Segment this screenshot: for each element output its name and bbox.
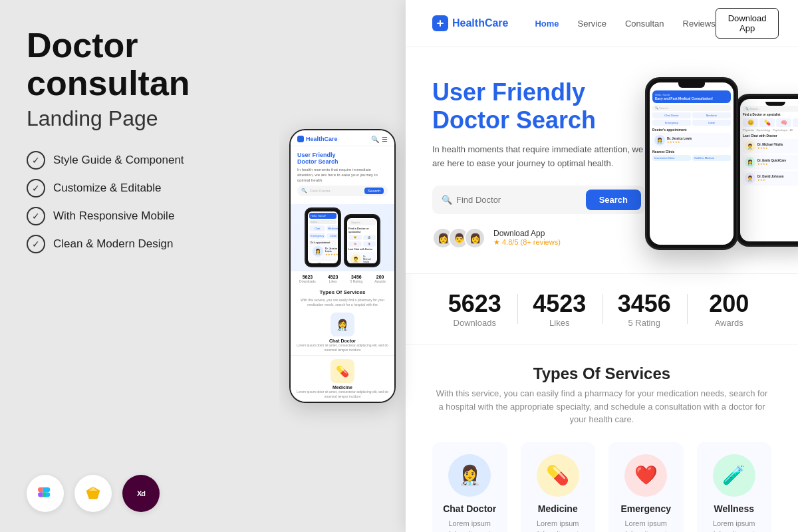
find-doctor-input[interactable] — [456, 195, 586, 205]
wellness-icon: 🧪 — [713, 454, 755, 497]
stat-label: Awards — [374, 279, 386, 283]
search-icon: 🔍 — [371, 136, 379, 143]
mobile-frame: HealthCare 🔍 ☰ User FriendlyDoctor Searc… — [289, 129, 396, 404]
phone-left: Hello, Sarah! Easy and Fast Medical Cons… — [645, 77, 738, 250]
mobile-hero-title: User FriendlyDoctor Search — [297, 152, 388, 166]
stat-number: 200 — [687, 290, 772, 318]
nav-link-reviews[interactable]: Reviews — [683, 19, 716, 29]
stat-label: Downloads — [299, 279, 316, 283]
spec-labels: Physician Gynecology Psychologist All — [743, 128, 798, 132]
doctor-avatar: 👩‍⚕️ — [745, 157, 755, 168]
mini-search: Search... — [348, 219, 376, 225]
nav-link-home[interactable]: Home — [535, 19, 559, 29]
mobile-stat-rating: 3456 5 Rating — [350, 275, 363, 283]
logo-text: HealthCare — [452, 17, 508, 29]
stat-downloads: 5623 Downloads — [432, 290, 517, 328]
phone-header-text: Easy and Fast Medical Consultation! — [655, 96, 728, 100]
mobile-logo-text: HealthCare — [306, 136, 338, 142]
desktop-stats: 5623 Downloads 4523 Likes 3456 5 Rating … — [406, 273, 798, 344]
desktop-preview[interactable]: HealthCare Home Service Consultan Review… — [406, 0, 798, 532]
mobile-services-title: Types Of Services — [291, 287, 394, 298]
search-icon: 🔍 — [301, 188, 307, 194]
stat-num: 200 — [374, 275, 386, 279]
service-name: Medicine — [295, 385, 390, 390]
mobile-phones-image: Hello, Sarah! Search... Chat Medicine Em… — [291, 204, 394, 271]
mobile-preview-wrapper: HealthCare 🔍 ☰ User FriendlyDoctor Searc… — [279, 0, 406, 532]
desktop-hero: User Friendly Doctor Search In health mo… — [406, 47, 798, 273]
phone-medium-screen: 🔍 Search... Find a Doctor or specialist … — [740, 99, 798, 241]
service-card-title: Wellness — [706, 503, 763, 514]
phone-search: 🔍 Search... — [652, 105, 731, 111]
feature-item: ✓ With Responsive Mobile — [27, 207, 253, 225]
feature-text: Customize & Editable — [53, 182, 162, 195]
phone-screen-content: Hello, Sarah! Easy and Fast Medical Cons… — [650, 88, 733, 164]
service-card-desc: Lorem ipsum dolor sit amet, consectetur … — [442, 518, 498, 533]
check-icon: ✓ — [27, 235, 45, 253]
service-card-chat: 👩‍⚕️ Chat Doctor Lorem ipsum dolor sit a… — [432, 442, 507, 533]
emergency-icon: ❤️ — [624, 454, 667, 497]
nav-link-service[interactable]: Service — [578, 19, 606, 29]
stat-rating: 3456 5 Rating — [602, 290, 687, 328]
check-icon: ✓ — [27, 207, 45, 225]
feature-item: ✓ Style Guide & Component — [27, 151, 253, 170]
clinic-grid: Investment Clinic SoftOne Medical — [652, 155, 731, 161]
svg-point-0 — [45, 492, 50, 497]
specialist-label: Find a Doctor or specialist — [743, 113, 798, 116]
desktop-services: Types Of Services With this service, you… — [406, 344, 798, 532]
nav-link-consultan[interactable]: Consultan — [625, 19, 664, 29]
doctor-avatar: 👨‍⚕️ — [745, 141, 755, 152]
mobile-hero-sub: In health moments that require immediate… — [297, 168, 388, 183]
service-card-desc: Lorem ipsum dolor sit amet, consectetur … — [530, 518, 587, 533]
check-icon: ✓ — [27, 179, 45, 198]
nav-item-service[interactable]: Service — [578, 17, 606, 29]
chat-doctor-icon: 👩‍⚕️ — [448, 454, 491, 497]
subtitle: Landing Page — [27, 106, 253, 131]
desktop-hero-desc: In health moments that require immediate… — [432, 143, 645, 171]
mobile-stat-likes: 4523 Likes — [328, 275, 338, 283]
service-desc: Lorem ipsum dolor sit amet, consectetur … — [295, 343, 390, 352]
tool-icons: Xd — [27, 475, 253, 512]
category-card: Emergency — [652, 120, 691, 126]
spec-icon: 😊 — [743, 118, 758, 127]
right-panel: HealthCare 🔍 ☰ User FriendlyDoctor Searc… — [279, 0, 798, 532]
nav-item-consultan[interactable]: Consultan — [625, 17, 664, 29]
category-card: Chat Doctor — [652, 112, 691, 118]
service-card-emergency: ❤️ Emergency Lorem ipsum dolor sit amet,… — [608, 442, 684, 533]
service-name: Chat Doctor — [295, 338, 390, 343]
doctor-stars: ★★★★ — [757, 146, 783, 150]
doctor-card: 👩‍⚕️ Dr. Emily QuickCare ★★★★ — [743, 155, 798, 170]
service-card-desc: Lorem ipsum dolor sit amet, consectetur … — [618, 518, 674, 533]
xd-icon: Xd — [122, 475, 160, 512]
services-desc: With this service, you can easily find a… — [436, 387, 768, 426]
chat-doctor-icon: 👩‍⚕️ — [331, 313, 354, 336]
mobile-search-button[interactable]: Search — [364, 188, 384, 194]
download-app-button[interactable]: Download App — [716, 8, 779, 39]
menu-icon: ☰ — [382, 136, 388, 143]
doctor-card: 👨‍⚕️ Dr. David Johnson ★★★ — [743, 171, 798, 186]
mobile-hero: User FriendlyDoctor Search In health mom… — [291, 146, 394, 205]
desktop-hero-download: 👩 👨 👩 Download App ★ 4.8/5 (8+ reviews) — [432, 227, 645, 249]
phone-notch — [678, 82, 705, 88]
left-panel: Doctor consultan Landing Page ✓ Style Gu… — [0, 0, 279, 532]
feature-item: ✓ Clean & Modern Design — [27, 235, 253, 253]
download-label: Download App — [493, 229, 561, 238]
stat-num: 4523 — [328, 275, 338, 279]
spec-icon: 💊 — [759, 118, 775, 127]
desktop-hero-phones: Hello, Sarah! Easy and Fast Medical Cons… — [645, 77, 798, 250]
doctor-card: 👨‍⚕️ Dr. Michael Vitalis ★★★★ — [743, 139, 798, 154]
stat-label: Likes — [328, 279, 338, 283]
download-info: Download App ★ 4.8/5 (8+ reviews) — [493, 229, 561, 247]
features-list: ✓ Style Guide & Component ✓ Customize & … — [27, 151, 253, 253]
mobile-stats: 5623 Downloads 4523 Likes 3456 5 Rating … — [291, 271, 394, 287]
stat-num: 5623 — [299, 275, 316, 279]
desktop-nav-links: Home Service Consultan Reviews — [535, 17, 715, 29]
doctor-stars: ★★★★★ — [667, 140, 692, 144]
nav-item-reviews[interactable]: Reviews — [683, 17, 716, 29]
phone-search: 🔍 Search... — [743, 106, 798, 112]
feature-text: Style Guide & Component — [53, 154, 184, 167]
phone-greeting: Hello, Sarah! — [655, 93, 728, 96]
nav-item-home[interactable]: Home — [535, 17, 559, 29]
clinic-card: Investment Clinic — [652, 155, 691, 161]
hero-search-button[interactable]: Search — [586, 190, 641, 210]
stat-label: Downloads — [432, 318, 517, 328]
